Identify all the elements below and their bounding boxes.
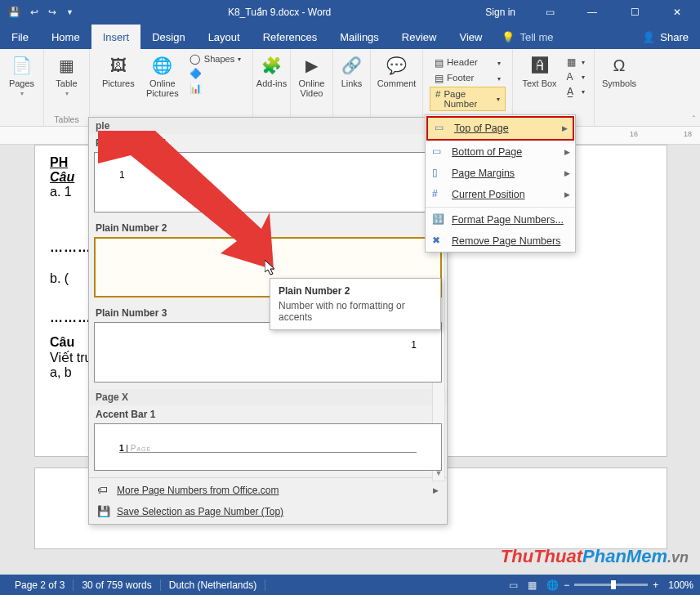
menu-top-of-page[interactable]: ▭ Top of Page ▶ bbox=[426, 116, 574, 141]
collapse-ribbon-icon[interactable]: ˆ bbox=[693, 115, 695, 124]
zoom-in-icon[interactable]: + bbox=[653, 579, 658, 591]
status-page[interactable]: Page 2 of 3 bbox=[7, 579, 74, 591]
watermark-part: PhanMem bbox=[582, 546, 667, 566]
page-margins-icon: ▯ bbox=[432, 167, 445, 180]
tooltip-body: Number with no formatting or accents bbox=[279, 300, 432, 323]
quick-parts-button[interactable]: ▦▾ bbox=[564, 56, 587, 69]
addins-button[interactable]: 🧩 Add-ins bbox=[252, 52, 292, 90]
quick-parts-icon: ▦ bbox=[567, 56, 578, 68]
save-icon[interactable]: 💾 bbox=[8, 7, 20, 18]
text-box-button[interactable]: 🅰 Text Box bbox=[520, 52, 560, 90]
chart-button[interactable]: 📊 bbox=[187, 82, 243, 95]
tab-file[interactable]: File bbox=[0, 25, 40, 49]
menu-format-page-numbers[interactable]: 🔢 Format Page Numbers... bbox=[426, 209, 575, 230]
online-pictures-button[interactable]: 🌐 Online Pictures bbox=[143, 52, 182, 100]
scroll-down-icon[interactable]: ▼ bbox=[433, 469, 444, 481]
undo-icon[interactable]: ↩ bbox=[30, 7, 38, 18]
links-button[interactable]: 🔗 Links bbox=[332, 52, 372, 90]
tab-home[interactable]: Home bbox=[40, 25, 91, 49]
page-number-button[interactable]: #Page Number ▾ bbox=[430, 87, 506, 111]
online-video-button[interactable]: ▶ Online Video bbox=[292, 52, 332, 100]
table-button[interactable]: ▦ Table ▾ bbox=[47, 52, 87, 99]
save-selection-item[interactable]: 💾 Save Selection as Page Number (Top) bbox=[89, 501, 447, 522]
ribbon-options-icon[interactable]: ▭ bbox=[532, 0, 568, 25]
ruler-tick: 16 bbox=[630, 130, 638, 138]
qat-dropdown-icon[interactable]: ▼ bbox=[66, 8, 74, 16]
footer-button[interactable]: ▤Footer ▾ bbox=[430, 71, 506, 86]
menu-remove-page-numbers[interactable]: ✖ Remove Page Numbers bbox=[426, 230, 575, 252]
drop-cap-button[interactable]: A̲▾ bbox=[564, 85, 587, 98]
tab-layout[interactable]: Layout bbox=[197, 25, 252, 49]
symbols-icon: Ω bbox=[608, 54, 631, 77]
symbols-button[interactable]: Ω Symbols bbox=[600, 52, 639, 90]
menu-label: Page Margins bbox=[452, 168, 515, 179]
read-mode-icon[interactable]: ▭ bbox=[504, 579, 523, 591]
page-number-icon: # bbox=[435, 89, 440, 109]
header-button[interactable]: ▤Header ▾ bbox=[430, 56, 506, 70]
chevron-right-icon: ▶ bbox=[564, 148, 570, 156]
tab-review[interactable]: Review bbox=[390, 25, 448, 49]
tab-design[interactable]: Design bbox=[140, 25, 196, 49]
smartart-button[interactable]: 🔷 bbox=[187, 67, 243, 80]
chevron-right-icon: ▶ bbox=[433, 486, 439, 494]
gallery-option-accent-bar-1[interactable]: Accent Bar 1 1 | Page bbox=[89, 405, 447, 477]
format-icon: 🔢 bbox=[432, 213, 445, 226]
share-button[interactable]: 👤 Share bbox=[631, 25, 700, 49]
zoom-slider[interactable] bbox=[574, 584, 648, 586]
links-label: Links bbox=[341, 78, 363, 88]
pages-button[interactable]: 📄 Pages ▾ bbox=[2, 52, 42, 99]
drop-cap-icon: A̲ bbox=[567, 86, 578, 97]
zoom-level[interactable]: 100% bbox=[668, 579, 693, 591]
status-language[interactable]: Dutch (Netherlands) bbox=[161, 579, 265, 591]
document-title: K8_Tuần 9.docx - Word bbox=[74, 7, 485, 18]
maximize-icon[interactable]: ☐ bbox=[617, 0, 653, 25]
page-number-menu: ▭ Top of Page ▶ ▭ Bottom of Page ▶ ▯ Pag… bbox=[425, 114, 576, 253]
bottom-of-page-icon: ▭ bbox=[432, 145, 445, 159]
online-video-label: Online Video bbox=[294, 78, 330, 98]
close-icon[interactable]: ✕ bbox=[659, 0, 695, 25]
web-layout-icon[interactable]: 🌐 bbox=[542, 579, 564, 591]
table-label: Table bbox=[56, 78, 77, 88]
tab-references[interactable]: References bbox=[252, 25, 328, 49]
gallery-option-plain-1[interactable]: Plain Number 1 1 bbox=[89, 134, 447, 219]
pictures-button[interactable]: 🖼 Pictures bbox=[99, 52, 138, 90]
pictures-icon: 🖼 bbox=[107, 54, 130, 77]
pages-icon: 📄 bbox=[11, 54, 33, 77]
tab-insert[interactable]: Insert bbox=[91, 25, 141, 49]
links-icon: 🔗 bbox=[341, 54, 363, 77]
tooltip-title: Plain Number 2 bbox=[279, 285, 432, 297]
status-word-count[interactable]: 30 of 759 words bbox=[74, 579, 160, 591]
gallery-preview: 1 bbox=[94, 322, 442, 382]
gallery-option-label: Plain Number 2 bbox=[94, 221, 442, 235]
tell-me-search[interactable]: 💡 Tell me bbox=[493, 25, 561, 49]
minimize-icon[interactable]: — bbox=[574, 0, 610, 25]
gallery-option-label: Plain Number 1 bbox=[94, 136, 442, 150]
zoom-out-icon[interactable]: − bbox=[564, 579, 569, 591]
more-page-numbers-item[interactable]: 🏷 More Page Numbers from Office.com ▶ bbox=[89, 480, 447, 501]
menu-bottom-of-page[interactable]: ▭ Bottom of Page ▶ bbox=[426, 141, 575, 163]
chevron-down-icon: ▾ bbox=[497, 96, 500, 103]
office-icon: 🏷 bbox=[97, 484, 110, 497]
print-layout-icon[interactable]: ▦ bbox=[523, 579, 542, 591]
header-icon: ▤ bbox=[435, 57, 444, 69]
pictures-label: Pictures bbox=[102, 78, 135, 88]
tab-view[interactable]: View bbox=[448, 25, 493, 49]
gallery-option-label: Accent Bar 1 bbox=[94, 407, 442, 422]
tell-me-label: Tell me bbox=[519, 31, 553, 43]
sign-in-link[interactable]: Sign in bbox=[485, 7, 515, 18]
wordart-button[interactable]: A▾ bbox=[564, 70, 587, 83]
tab-mailings[interactable]: Mailings bbox=[328, 25, 390, 49]
comment-button[interactable]: 💬 Comment bbox=[377, 52, 417, 90]
ruler-tick: 18 bbox=[684, 130, 692, 138]
online-pictures-icon: 🌐 bbox=[151, 54, 174, 77]
shapes-icon: ◯ bbox=[189, 53, 201, 65]
redo-icon[interactable]: ↪ bbox=[48, 7, 56, 18]
gallery-category: Page X bbox=[89, 389, 447, 405]
menu-label: Top of Page bbox=[454, 123, 509, 134]
menu-page-margins[interactable]: ▯ Page Margins ▶ bbox=[426, 163, 575, 184]
menu-current-position[interactable]: # Current Position ▶ bbox=[426, 184, 575, 205]
remove-icon: ✖ bbox=[432, 235, 445, 248]
shapes-button[interactable]: ◯ Shapes ▾ bbox=[187, 52, 243, 65]
gallery-category: ple bbox=[89, 118, 447, 134]
lightbulb-icon: 💡 bbox=[502, 31, 515, 43]
